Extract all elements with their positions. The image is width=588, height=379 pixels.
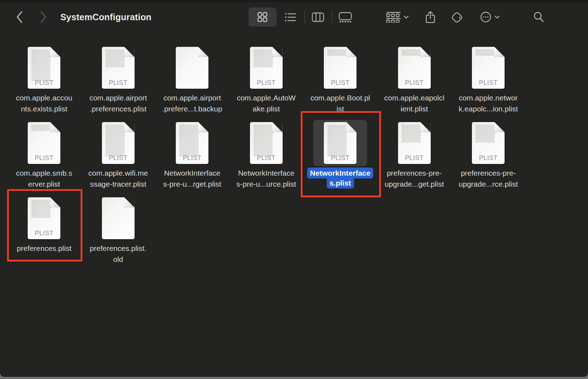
file-item[interactable]: com.apple.airport.prefere...t.backup [155,43,229,118]
forward-button[interactable] [39,10,48,24]
file-name-line: com.apple.airport [163,92,221,103]
gallery-view-button[interactable] [339,12,352,22]
blank-document-icon [102,197,135,239]
icon-view-button[interactable] [257,12,268,22]
file-icon[interactable]: PLIST [313,45,367,91]
file-icon[interactable]: PLIST [91,45,145,91]
file-name[interactable]: com.apple.Boot.plist [303,92,377,114]
file-name-line: NetworkInterface [238,167,294,178]
file-item[interactable]: PLISTpreferences-pre-upgrade...get.plist [377,118,452,193]
file-name-line: preferences.plist. [90,243,147,254]
file-name[interactable]: preferences-pre-upgrade...get.plist [377,167,452,190]
group-by-button[interactable] [386,11,408,23]
file-name-line: upgrade...get.plist [385,178,444,190]
file-icon[interactable]: PLIST [239,45,293,91]
file-name[interactable]: com.apple.smb.server.plist [7,167,81,190]
share-icon [425,11,436,24]
file-name-line: com.apple.networ [459,92,518,103]
file-item[interactable]: PLISTcom.apple.eapolclient.plist [377,43,452,118]
file-name-line: .prefere...t.backup [162,103,222,114]
preview-lines [402,125,421,143]
file-name-line: preferences.plist [17,243,71,254]
file-item[interactable]: PLISTNetworkInterfaces.plist [303,118,377,193]
file-name[interactable]: com.apple.wifi.message-tracer.plist [81,167,156,190]
file-icon[interactable]: PLIST [387,45,441,91]
search-icon [533,11,544,23]
preview-lines [105,125,125,156]
file-type-badge: PLIST [28,154,60,162]
file-item[interactable]: PLISTcom.apple.wifi.message-tracer.plist [81,118,156,193]
blank-document-icon [176,47,208,89]
preview-lines [402,50,421,55]
file-type-badge: PLIST [324,79,356,87]
file-name[interactable]: com.apple.airport.preferences.plist [81,92,156,114]
file-type-badge: PLIST [176,154,208,162]
column-view-button[interactable] [312,12,324,22]
file-name[interactable]: NetworkInterfaces.plist [303,167,377,188]
plist-document-icon: PLIST [250,122,283,164]
file-name[interactable]: preferences-pre-upgrade...rce.plist [451,167,526,190]
file-item[interactable]: PLISTcom.apple.airport.preferences.plist [81,43,156,118]
chevron-down-icon [404,16,409,19]
file-name-line: ist [337,103,344,114]
file-item[interactable]: PLISTpreferences.plist [7,193,81,268]
file-name[interactable]: preferences.plist [7,243,81,254]
plist-document-icon: PLIST [28,122,60,164]
file-icon[interactable]: PLIST [461,120,515,166]
file-icon[interactable] [91,195,145,241]
file-name-line: s-pre-u...rget.plist [163,178,221,190]
file-name[interactable]: preferences.plist.old [81,243,156,265]
file-name-line: s-pre-u...urce.plist [236,178,296,190]
file-item[interactable]: PLISTpreferences-pre-upgrade...rce.plist [451,118,526,193]
search-button[interactable] [533,11,545,23]
chevron-left-icon [16,11,23,23]
file-type-badge: PLIST [28,79,60,87]
file-type-badge: PLIST [28,230,60,237]
more-options-button[interactable] [479,11,501,23]
group-by-icon [386,12,401,23]
tag-button[interactable] [450,11,464,24]
file-name[interactable]: com.apple.airport.prefere...t.backup [155,92,229,114]
file-icon[interactable] [165,45,219,91]
column-view-icon [312,12,324,22]
file-name-line: com.apple.wifi.me [88,167,148,178]
file-item[interactable]: PLISTNetworkInterfaces-pre-u...urce.plis… [229,118,304,193]
file-name[interactable]: com.apple.network.eapolc...ion.plist [451,92,526,114]
share-button[interactable] [425,10,436,24]
preview-lines [179,125,198,156]
file-item[interactable]: PLISTcom.apple.AutoWake.plist [229,43,304,118]
file-item[interactable]: PLISTcom.apple.network.eapolc...ion.plis… [451,43,526,118]
file-name[interactable]: com.apple.AutoWake.plist [229,92,304,114]
file-name[interactable]: com.apple.accounts.exists.plist [7,92,81,114]
icon-view-icon [257,12,267,22]
file-icon[interactable]: PLIST [17,45,71,91]
file-item[interactable]: PLISTcom.apple.Boot.plist [303,43,377,118]
file-name-line: s.plist [327,177,354,188]
file-icon[interactable]: PLIST [461,45,515,91]
file-name-line: NetworkInterface [307,167,373,178]
plist-document-icon: PLIST [398,47,431,89]
file-type-badge: PLIST [324,154,356,162]
file-item[interactable]: preferences.plist.old [81,193,156,268]
file-icon[interactable]: PLIST [17,195,71,241]
back-button[interactable] [15,10,24,24]
file-icon[interactable]: PLIST [91,120,145,166]
file-name-line: upgrade...rce.plist [459,178,518,190]
file-item[interactable]: PLISTNetworkInterfaces-pre-u...rget.plis… [155,118,229,193]
file-icon[interactable]: PLIST [239,120,293,166]
plist-document-icon: PLIST [28,47,60,89]
file-name[interactable]: NetworkInterfaces-pre-u...urce.plist [229,167,304,190]
plist-document-icon: PLIST [398,122,431,164]
preview-lines [475,125,495,143]
preview-lines [31,50,50,81]
file-item[interactable]: PLISTcom.apple.accounts.exists.plist [7,43,81,118]
file-icon[interactable]: PLIST [387,120,441,166]
file-icon[interactable]: PLIST [313,120,367,166]
file-icon[interactable]: PLIST [165,120,219,166]
file-name[interactable]: com.apple.eapolclient.plist [377,92,452,114]
file-type-badge: PLIST [398,154,431,162]
list-view-button[interactable] [285,12,296,22]
file-icon[interactable]: PLIST [17,120,71,166]
file-name[interactable]: NetworkInterfaces-pre-u...rget.plist [155,167,229,190]
file-item[interactable]: PLISTcom.apple.smb.server.plist [7,118,81,193]
